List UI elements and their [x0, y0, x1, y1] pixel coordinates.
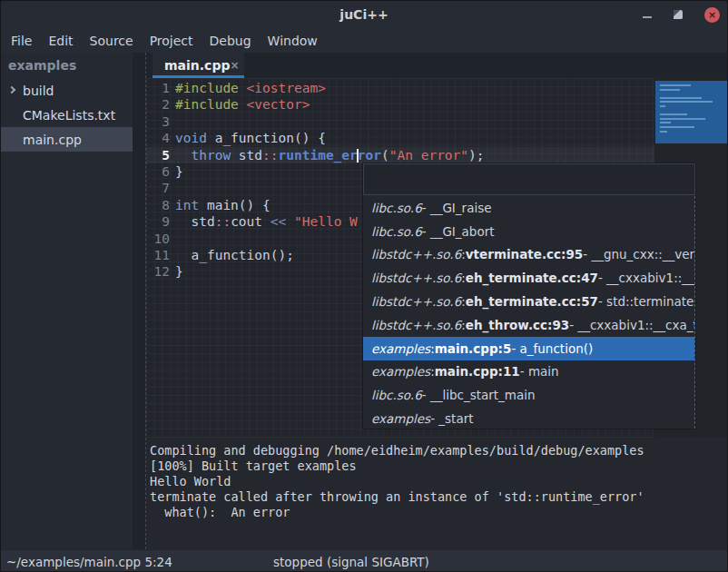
line-number: 12 [146, 263, 170, 280]
terminal-output[interactable]: Compiling and debugging /home/eidheim/ex… [146, 438, 728, 549]
close-icon[interactable]: × [704, 7, 720, 23]
code-token: a_function() { [207, 131, 326, 145]
line-number: 8 [146, 197, 170, 213]
menu-item-window[interactable]: Window [260, 31, 326, 51]
menu-item-edit[interactable]: Edit [40, 31, 81, 51]
code-token: std [231, 148, 262, 163]
code-token: std [175, 214, 215, 229]
terminal-line: Compiling and debugging /home/eidheim/ex… [150, 443, 728, 459]
titlebar[interactable]: juCi++ × [1, 1, 727, 28]
code-token [239, 81, 247, 95]
code-token: ( [381, 148, 389, 163]
backtrace-item[interactable]: libstdc++.so.6:eh_terminate.cc:47 - __cx… [363, 266, 694, 290]
backtrace-item[interactable]: examples - _start [363, 407, 694, 429]
chevron-right-icon[interactable] [8, 86, 15, 94]
tab-label: main.cpp [164, 58, 230, 73]
backtrace-item[interactable]: libstdc++.so.6:vterminate.cc:95 - __gnu_… [363, 243, 694, 267]
terminal-line: [100%] Built target examples [150, 459, 728, 474]
backtrace-item[interactable]: libc.so.6 - __GI_abort [363, 220, 694, 243]
code-token: <iostream> [247, 81, 326, 95]
frame-library: libstdc++.so.6 [371, 294, 461, 309]
backtrace-item[interactable]: examples:main.cpp:11 - main [363, 360, 694, 384]
frame-file-line: eh_terminate.cc:47 [466, 271, 598, 285]
backtrace-item[interactable]: libstdc++.so.6:eh_terminate.cc:57 - std:… [363, 290, 694, 313]
line-number: 10 [146, 231, 170, 247]
frame-library: examples [371, 341, 430, 356]
code-line: throw std::runtime_error("An error"); [175, 147, 485, 163]
frame-file-line: main.cpp:11 [435, 364, 520, 379]
code-token [286, 214, 294, 229]
code-token: int [175, 198, 199, 212]
frame-library: examples [371, 411, 430, 426]
app-window: juCi++ × FileEditSourceProjectDebugWindo… [0, 0, 728, 572]
frame-file-line: main.cpp:5 [435, 341, 512, 356]
code-token: ror [358, 148, 381, 163]
frame-library: libc.so.6 [371, 388, 422, 402]
menu-item-file[interactable]: File [3, 31, 40, 51]
tab-close-icon[interactable]: × [230, 59, 239, 72]
backtrace-list: libc.so.6 - __GI_raiselibc.so.6 - __GI_a… [363, 196, 695, 429]
code-token: :: [262, 148, 278, 163]
menu-item-debug[interactable]: Debug [202, 31, 260, 51]
code-line: #include <iostream> [175, 80, 485, 96]
minimize-icon[interactable] [643, 16, 652, 18]
code-token: "An error" [389, 148, 468, 163]
frame-library: libstdc++.so.6 [371, 271, 461, 285]
code-token: << [271, 214, 286, 229]
tree-item-label: CMakeLists.txt [23, 108, 115, 123]
frame-library: examples [371, 364, 430, 379]
code-token: runtime_er [279, 148, 358, 163]
code-line: #include <vector> [175, 96, 485, 113]
menu-item-project[interactable]: Project [142, 31, 202, 51]
backtrace-popup: libc.so.6 - __GI_raiselibc.so.6 - __GI_a… [362, 163, 696, 429]
frame-library: libc.so.6 [371, 201, 422, 215]
backtrace-item[interactable]: libstdc++.so.6:eh_throw.cc:93 - __cxxabi… [363, 313, 694, 337]
code-token [239, 97, 247, 112]
menu-item-source[interactable]: Source [82, 31, 142, 51]
line-number: 3 [146, 113, 170, 130]
line-number: 5 [146, 147, 170, 163]
line-number: 7 [146, 180, 170, 196]
code-token: throw [191, 148, 231, 163]
code-token: #include [175, 97, 239, 112]
tree-item-label: build [23, 84, 54, 98]
line-number-gutter: 123456789101112 [146, 80, 170, 281]
backtrace-item[interactable]: examples:main.cpp:5 - a_function() [363, 337, 694, 360]
line-number: 11 [146, 247, 170, 263]
tree-item-build[interactable]: build [1, 78, 133, 103]
frame-file-line: eh_terminate.cc:57 [466, 294, 598, 309]
popup-filter-input[interactable] [363, 163, 695, 195]
terminal-line: Hello World [150, 474, 728, 489]
line-number: 2 [146, 96, 170, 113]
code-token: main() { [199, 198, 271, 212]
status-debug-state: stopped (signal SIGABRT) [273, 555, 429, 569]
backtrace-item[interactable]: libc.so.6 - __GI_raise [363, 196, 694, 220]
line-number: 1 [146, 80, 170, 96]
backtrace-item[interactable]: libc.so.6 - __libc_start_main [363, 383, 694, 407]
window-title: juCi++ [339, 7, 388, 22]
code-token [175, 148, 191, 163]
code-token: :: [215, 214, 231, 229]
code-token: "Hello W [294, 214, 358, 229]
tabbar: main.cpp × [146, 53, 728, 78]
tree-item-label: main.cpp [23, 133, 82, 147]
frame-library: libstdc++.so.6 [371, 318, 461, 332]
code-token: cout [231, 214, 271, 229]
restore-icon[interactable] [674, 10, 683, 19]
code-token: ); [468, 148, 484, 163]
file-tree: buildCMakeLists.txtmain.cpp [1, 78, 133, 152]
code-token: a_function(); [175, 248, 294, 262]
line-number: 6 [146, 163, 170, 180]
minimap-visible-region[interactable] [655, 81, 728, 143]
tree-item-main-cpp[interactable]: main.cpp [1, 127, 133, 152]
pane-divider[interactable] [133, 53, 146, 549]
status-file-position: ~/examples/main.cpp 5:24 [6, 555, 172, 569]
code-token: void [175, 131, 207, 145]
terminal-line: what(): An error [150, 505, 728, 520]
code-token: <vector> [247, 97, 310, 112]
tree-item-cmakelists-txt[interactable]: CMakeLists.txt [1, 103, 133, 127]
tab-main-cpp[interactable]: main.cpp × [152, 53, 244, 78]
code-token: } [175, 164, 183, 179]
frame-file-line: vterminate.cc:95 [466, 247, 583, 261]
line-number: 4 [146, 130, 170, 146]
